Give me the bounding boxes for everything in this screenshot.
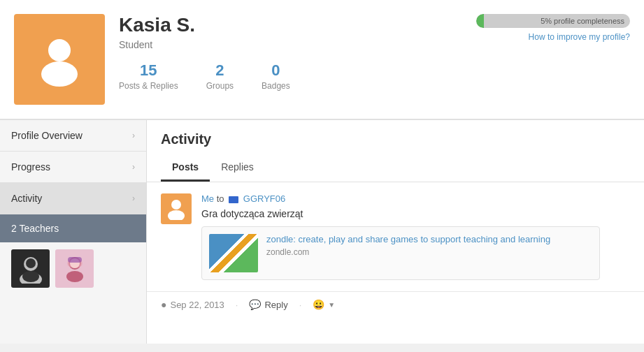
groups-count: 2 [206,61,234,80]
post-item: Me to GGRYF06 Gra dotycząca zwierząt zon… [147,182,644,291]
svg-point-11 [171,200,181,210]
sidebar-label-profile-overview: Profile Overview [11,130,83,141]
post-date: Sep 22, 2013 [170,300,224,310]
sidebar-label-activity: Activity [11,193,42,204]
footer-separator-1: · [236,300,238,310]
sidebar-item-profile-overview[interactable]: Profile Overview › [0,120,146,152]
tab-replies[interactable]: Replies [210,156,265,182]
group-icon [229,196,238,203]
svg-point-1 [41,61,78,87]
tab-posts[interactable]: Posts [161,156,210,182]
content-area: Activity Posts Replies Me to GGRYF06 [147,120,644,344]
link-thumb-image [209,234,258,272]
link-thumbnail [209,234,258,272]
reply-icon: 💬 [249,299,261,310]
chevron-right-icon: › [132,131,135,140]
post-date-item: ● Sep 22, 2013 [161,299,224,310]
post-to-text: to [217,193,224,204]
groups-label: Groups [206,81,234,91]
activity-title: Activity [161,131,630,147]
progress-fill [476,14,484,28]
activity-header: Activity Posts Replies [147,120,644,182]
post-avatar [161,193,192,224]
teacher-avatar-2 [55,249,94,288]
chevron-right-icon: › [132,193,135,203]
post-body: Me to GGRYF06 Gra dotycząca zwierząt zon… [201,193,630,280]
reply-button[interactable]: Reply [264,300,287,310]
chevron-right-icon: › [132,162,135,172]
dropdown-arrow-icon[interactable]: ▼ [328,301,335,309]
post-footer: ● Sep 22, 2013 · 💬 Reply · 😀 ▼ [147,291,644,317]
svg-point-4 [26,258,36,268]
post-group-name: GGRYF06 [243,193,285,204]
sidebar-item-activity[interactable]: Activity › [0,183,146,214]
stat-badges: 0 Badges [262,61,290,91]
sidebar-item-progress[interactable]: Progress › [0,152,146,183]
profile-stats: 15 Posts & Replies 2 Groups 0 Badges [119,61,630,91]
profile-completeness: 5% profile completeness How to improve m… [476,14,630,42]
activity-tabs: Posts Replies [161,156,630,182]
profile-header: Kasia S. Student 15 Posts & Replies 2 Gr… [0,0,644,120]
link-url: zondle.com [266,247,592,257]
main-layout: Profile Overview › Progress › Activity ›… [0,120,644,344]
post-author-me: Me [201,193,214,204]
svg-point-12 [168,210,185,220]
posts-label: Posts & Replies [119,81,178,91]
sidebar-label-progress: Progress [11,161,50,173]
svg-point-5 [22,271,39,282]
teacher-avatars-list [0,242,146,295]
teachers-label: 2 Teachers [11,223,59,234]
teacher-avatar-1 [11,249,50,288]
emoji-icon: 😀 [313,299,324,310]
link-preview[interactable]: zondle: create, play and share games to … [201,226,600,280]
clock-icon: ● [161,299,166,310]
svg-point-0 [48,39,71,61]
improve-profile-link[interactable]: How to improve my profile? [476,32,630,42]
reply-item[interactable]: 💬 Reply [249,299,287,310]
post-meta: Me to GGRYF06 [201,193,630,204]
link-info: zondle: create, play and share games to … [266,234,592,272]
sidebar: Profile Overview › Progress › Activity ›… [0,120,147,344]
post-text: Gra dotycząca zwierząt [201,208,630,219]
avatar-icon [31,31,87,89]
emoji-reaction-item[interactable]: 😀 ▼ [313,299,335,310]
svg-point-9 [66,271,83,282]
badges-count: 0 [262,61,290,80]
posts-count: 15 [119,61,178,80]
stat-groups: 2 Groups [206,61,234,91]
footer-separator-2: · [299,300,302,310]
sidebar-teachers-section: 2 Teachers [0,214,146,242]
profile-avatar [14,14,105,105]
progress-bar: 5% profile completeness [476,14,630,28]
progress-label: 5% profile completeness [541,17,624,25]
svg-rect-10 [68,257,82,263]
stat-posts: 15 Posts & Replies [119,61,178,91]
badges-label: Badges [262,81,290,91]
link-title: zondle: create, play and share games to … [266,234,592,244]
